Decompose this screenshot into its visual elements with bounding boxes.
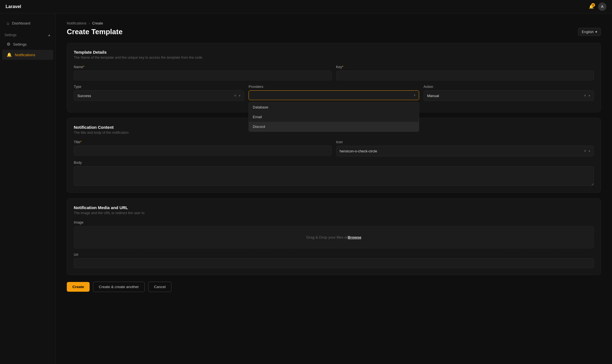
url-group: Url xyxy=(74,253,594,268)
breadcrumb: Notifications › Create xyxy=(67,21,601,25)
content-title-input[interactable] xyxy=(74,146,332,155)
drop-text: Drag & Drop your files or xyxy=(306,235,348,239)
dropdown-option-database[interactable]: Database xyxy=(249,102,419,112)
type-select[interactable]: Success ✕ ▾ xyxy=(74,90,244,101)
providers-select[interactable]: ▾ xyxy=(249,90,419,100)
providers-label: Providers xyxy=(249,85,419,89)
top-nav: Laravel 🔔 2 A xyxy=(0,0,612,13)
providers-chevron-icon: ▾ xyxy=(414,93,416,97)
action-value: Manual xyxy=(427,94,439,98)
type-label: Type xyxy=(74,85,244,89)
icon-clear-icon[interactable]: ✕ xyxy=(582,148,588,153)
type-select-wrap: Success ✕ ▾ xyxy=(74,90,244,101)
cancel-button[interactable]: Cancel xyxy=(148,282,171,292)
type-select-actions: ✕ ▾ xyxy=(233,93,240,98)
card-desc-template-details: The Name of the template and the unique … xyxy=(74,56,594,60)
icon-group: Icon heroicon-o-check-circle ✕ ▾ xyxy=(336,140,594,156)
key-input[interactable] xyxy=(336,71,594,80)
icon-chevron-icon: ▾ xyxy=(589,149,590,153)
dropdown-option-discord[interactable]: Discord xyxy=(249,122,419,132)
image-group: Image Drag & Drop your files or Browse xyxy=(74,221,594,248)
body-label: Body xyxy=(74,161,594,165)
breadcrumb-create: Create xyxy=(92,21,103,25)
top-nav-right: 🔔 2 A xyxy=(589,3,606,11)
action-clear-icon[interactable]: ✕ xyxy=(582,93,588,98)
sidebar-section-settings: Settings ▲ xyxy=(0,30,55,39)
providers-group: Providers ▾ Database Email Discord xyxy=(249,85,419,101)
sidebar-item-settings[interactable]: ⚙ Settings xyxy=(2,39,53,49)
language-label: English xyxy=(582,30,594,34)
providers-select-actions: ▾ xyxy=(414,93,416,97)
action-chevron-icon: ▾ xyxy=(589,94,590,98)
icon-select-actions: ✕ ▾ xyxy=(582,148,590,153)
type-chevron-icon: ▾ xyxy=(239,94,240,98)
page-header: Create Template English ▾ xyxy=(67,28,601,36)
image-drop-zone[interactable]: Drag & Drop your files or Browse xyxy=(74,226,594,248)
name-label: Name* xyxy=(74,65,332,69)
breadcrumb-notifications[interactable]: Notifications xyxy=(67,21,87,25)
create-another-button[interactable]: Create & create another xyxy=(93,282,145,292)
content-title-group: Title* xyxy=(74,140,332,156)
sidebar: ⌂ Dashboard Settings ▲ ⚙ Settings 🔔 Noti… xyxy=(0,13,56,364)
url-input[interactable] xyxy=(74,258,594,268)
name-key-row: Name* Key* xyxy=(74,65,594,80)
bell-badge: 2 xyxy=(591,3,595,7)
action-label: Action xyxy=(424,85,594,89)
image-label: Image xyxy=(74,221,594,224)
type-group: Type Success ✕ ▾ xyxy=(74,85,244,101)
name-group: Name* xyxy=(74,65,332,80)
app-logo: Laravel xyxy=(6,4,21,9)
icon-select[interactable]: heroicon-o-check-circle ✕ ▾ xyxy=(336,146,594,156)
name-input[interactable] xyxy=(74,71,332,80)
sidebar-item-label: Dashboard xyxy=(12,21,30,25)
icon-select-wrap: heroicon-o-check-circle ✕ ▾ xyxy=(336,146,594,156)
type-clear-icon[interactable]: ✕ xyxy=(233,93,238,98)
body-group: Body xyxy=(74,161,594,186)
breadcrumb-separator: › xyxy=(89,21,90,25)
sidebar-item-label: Notifications xyxy=(15,53,35,57)
template-details-card: Template Details The Name of the templat… xyxy=(67,43,601,112)
type-value: Success xyxy=(77,94,91,98)
title-icon-row: Title* Icon heroicon-o-check-circle ✕ xyxy=(74,140,594,156)
notification-media-card: Notification Media and URL The image and… xyxy=(67,198,601,275)
icon-label: Icon xyxy=(336,140,594,144)
home-icon: ⌂ xyxy=(7,21,9,26)
dropdown-option-email[interactable]: Email xyxy=(249,112,419,122)
bell-icon: 🔔 xyxy=(7,52,12,57)
card-desc-media: The image and the URL to redirect the us… xyxy=(74,211,594,215)
sidebar-item-notifications[interactable]: 🔔 Notifications xyxy=(2,50,53,60)
type-providers-action-row: Type Success ✕ ▾ xyxy=(74,85,594,101)
gear-icon: ⚙ xyxy=(7,42,10,47)
content-title-label: Title* xyxy=(74,140,332,144)
sidebar-section-label: Settings xyxy=(4,33,16,37)
avatar[interactable]: A xyxy=(598,3,606,11)
action-group: Action Manual ✕ ▾ xyxy=(424,85,594,101)
chevron-up-icon: ▲ xyxy=(48,33,51,37)
card-title-media: Notification Media and URL xyxy=(74,205,594,210)
form-footer: Create Create & create another Cancel xyxy=(67,282,601,292)
card-title-template-details: Template Details xyxy=(74,50,594,55)
providers-dropdown: Database Email Discord xyxy=(249,102,419,132)
sidebar-item-dashboard[interactable]: ⌂ Dashboard xyxy=(2,18,53,28)
url-label: Url xyxy=(74,253,594,257)
providers-search-input[interactable] xyxy=(252,93,414,97)
key-group: Key* xyxy=(336,65,594,80)
language-chevron: ▾ xyxy=(595,30,597,34)
key-label: Key* xyxy=(336,65,594,69)
browse-link[interactable]: Browse xyxy=(348,235,361,239)
body-textarea[interactable] xyxy=(74,166,594,186)
language-selector[interactable]: English ▾ xyxy=(578,28,601,36)
page-title: Create Template xyxy=(67,28,122,36)
main-content: Notifications › Create Create Template E… xyxy=(56,13,612,364)
action-select[interactable]: Manual ✕ ▾ xyxy=(424,90,594,101)
notifications-bell[interactable]: 🔔 2 xyxy=(589,4,594,9)
action-select-wrap: Manual ✕ ▾ xyxy=(424,90,594,101)
icon-value: heroicon-o-check-circle xyxy=(340,149,377,153)
create-button[interactable]: Create xyxy=(67,282,90,292)
action-select-actions: ✕ ▾ xyxy=(582,93,590,98)
sidebar-item-label: Settings xyxy=(13,42,27,46)
